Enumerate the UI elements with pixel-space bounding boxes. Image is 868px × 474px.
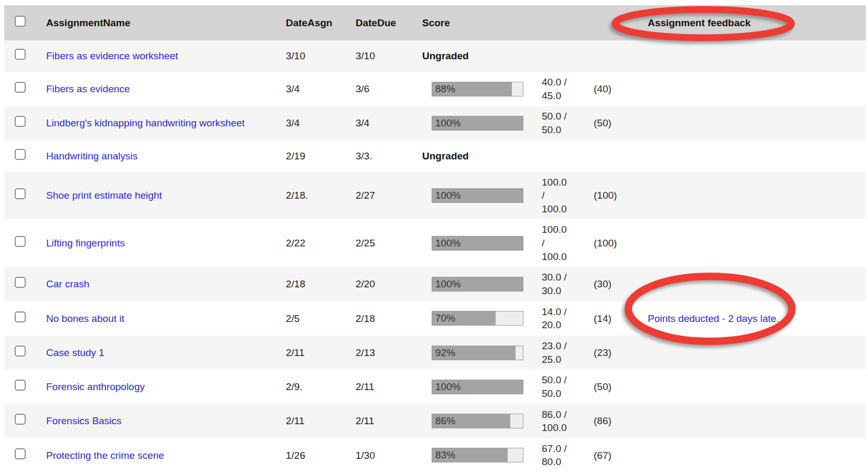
score-progress-bar: 70% <box>432 311 523 326</box>
score-progress-bar: 100% <box>432 277 523 292</box>
points-cell: 14.0 / 20.0 <box>537 305 588 332</box>
points-paren-cell: (23) <box>588 346 642 360</box>
assignment-name-cell: Forensics Basics <box>46 414 286 428</box>
row-checkbox[interactable] <box>15 49 26 60</box>
score-percent-label: 100% <box>432 116 523 130</box>
table-row: Fibers as evidence worksheet 3/10 3/10 U… <box>4 40 866 72</box>
assignment-name-link[interactable]: Lifting fingerprints <box>46 238 125 249</box>
assignment-name-cell: Protecting the crime scene <box>46 449 286 462</box>
points-cell: 100.0 / 100.0 <box>537 176 588 216</box>
row-checkbox[interactable] <box>15 311 26 322</box>
score-cell: 100% <box>422 116 537 131</box>
column-header-date-assigned: DateAsgn <box>286 16 356 30</box>
date-due-cell: 3/3. <box>356 149 422 163</box>
row-checkbox[interactable] <box>15 380 26 391</box>
assignment-name-cell: Shoe print estimate height <box>46 189 286 202</box>
points-paren-cell: (30) <box>588 277 642 291</box>
assignments-table: AssignmentName DateAsgn DateDue Score As… <box>4 5 866 472</box>
row-checkbox[interactable] <box>15 116 26 127</box>
date-assigned-cell: 3/4 <box>286 82 356 96</box>
points-cell: 100.0 / 100.0 <box>537 223 588 263</box>
assignment-name-link[interactable]: Protecting the crime scene <box>46 450 164 461</box>
score-cell: 100% <box>422 380 537 394</box>
column-header-assignment-name: AssignmentName <box>46 16 286 30</box>
points-cell: 50.0 / 50.0 <box>537 110 588 136</box>
score-cell: Ungraded <box>422 149 537 163</box>
points-paren-cell: (86) <box>588 414 642 428</box>
row-checkbox[interactable] <box>15 448 26 459</box>
feedback-link[interactable]: Points deducted - 2 days late. <box>648 313 779 324</box>
score-percent-label: 88% <box>432 82 523 96</box>
table-row: Lifting fingerprints 2/22 2/25 100% 100.… <box>4 219 866 267</box>
assignment-name-cell: Forensic anthropology <box>46 380 286 394</box>
assignment-name-link[interactable]: Lindberg's kidnapping handwriting worksh… <box>46 117 245 128</box>
date-due-cell: 2/13 <box>356 346 422 360</box>
assignment-name-link[interactable]: Shoe print estimate height <box>46 190 162 201</box>
score-progress-bar: 100% <box>432 188 523 203</box>
assignment-name-link[interactable]: Car crash <box>46 278 89 289</box>
assignment-name-link[interactable]: No bones about it <box>46 313 124 324</box>
row-checkbox[interactable] <box>15 188 26 199</box>
table-row: Protecting the crime scene 1/26 1/30 83%… <box>4 438 866 472</box>
points-cell: 86.0 / 100.0 <box>537 408 588 435</box>
row-checkbox[interactable] <box>15 346 26 357</box>
assignment-name-link[interactable]: Handwriting analysis <box>46 150 137 161</box>
date-due-cell: 2/11 <box>356 414 422 428</box>
row-checkbox[interactable] <box>15 82 26 93</box>
score-percent-label: 70% <box>432 311 523 325</box>
score-percent-label: 100% <box>432 277 523 291</box>
row-checkbox[interactable] <box>15 236 26 247</box>
row-checkbox[interactable] <box>15 414 26 425</box>
date-due-cell: 2/20 <box>356 277 422 291</box>
row-checkbox[interactable] <box>15 149 26 160</box>
table-row: Forensics Basics 2/11 2/11 86% 86.0 / 10… <box>4 404 866 438</box>
score-cell: 100% <box>422 236 537 251</box>
points-paren-cell: (100) <box>588 189 642 202</box>
score-progress-bar: 92% <box>432 346 523 360</box>
date-assigned-cell: 2/11 <box>286 346 356 360</box>
date-due-cell: 2/18 <box>356 312 422 326</box>
date-assigned-cell: 1/26 <box>286 449 356 462</box>
score-percent-label: 100% <box>432 380 523 394</box>
date-due-cell: 3/6 <box>356 82 422 96</box>
date-due-cell: 3/4 <box>356 116 422 130</box>
score-cell: 86% <box>422 414 537 428</box>
table-row: Shoe print estimate height 2/18. 2/27 10… <box>4 172 866 220</box>
points-cell: 40.0 / 45.0 <box>537 76 588 102</box>
assignment-name-link[interactable]: Fibers as evidence worksheet <box>46 50 178 61</box>
select-all-checkbox[interactable] <box>15 16 26 27</box>
table-row: Handwriting analysis 2/19 3/3. Ungraded <box>4 141 866 172</box>
assignment-name-link[interactable]: Case study 1 <box>46 347 104 358</box>
checkbox-cell <box>4 149 46 164</box>
date-assigned-cell: 2/18. <box>286 189 356 202</box>
table-row: Forensic anthropology 2/9. 2/11 100% 50.… <box>4 370 866 404</box>
ungraded-label: Ungraded <box>422 150 469 161</box>
feedback-cell: Points deducted - 2 days late. <box>642 312 866 326</box>
points-cell <box>537 149 588 163</box>
points-paren-cell: (14) <box>588 312 642 326</box>
score-percent-label: 86% <box>432 414 523 428</box>
assignment-name-link[interactable]: Forensics Basics <box>46 415 122 426</box>
row-checkbox[interactable] <box>15 277 26 288</box>
table-row: Lindberg's kidnapping handwriting worksh… <box>4 106 866 140</box>
points-cell: 23.0 / 25.0 <box>537 339 588 366</box>
assignment-name-link[interactable]: Forensic anthropology <box>46 381 145 392</box>
checkbox-cell <box>4 236 46 251</box>
table-body: Fibers as evidence worksheet 3/10 3/10 U… <box>4 40 866 472</box>
points-cell: 30.0 / 30.0 <box>537 271 588 297</box>
table-header-row: AssignmentName DateAsgn DateDue Score As… <box>4 5 866 40</box>
assignment-name-link[interactable]: Fibers as evidence <box>46 83 130 94</box>
points-cell: 50.0 / 50.0 <box>537 373 588 400</box>
date-due-cell: 2/25 <box>356 236 422 250</box>
checkbox-cell <box>4 311 46 326</box>
table-row: Case study 1 2/11 2/13 92% 23.0 / 25.0 (… <box>4 336 866 370</box>
score-percent-label: 83% <box>432 448 523 462</box>
score-cell: 70% <box>422 311 537 326</box>
checkbox-cell <box>4 346 46 360</box>
checkbox-cell <box>4 448 46 463</box>
assignment-name-cell: Case study 1 <box>46 346 286 360</box>
assignment-name-cell: Fibers as evidence <box>46 82 286 96</box>
score-percent-label: 100% <box>432 236 523 250</box>
points-paren-cell: (67) <box>588 449 642 462</box>
checkbox-cell <box>4 49 46 63</box>
